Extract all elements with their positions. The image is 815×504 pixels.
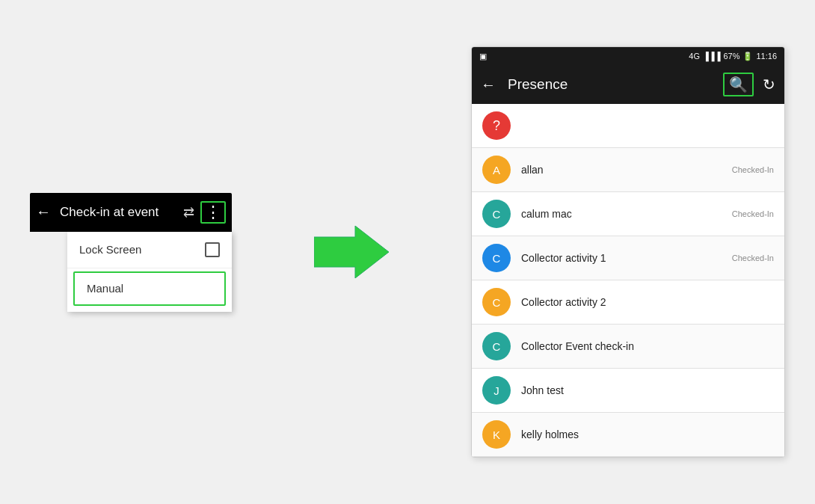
arrow-container xyxy=(314,226,389,278)
more-options-button[interactable]: ⋮ xyxy=(200,201,226,224)
dropdown-menu: Lock Screen Manual xyxy=(67,232,232,312)
item-name: Collector activity 1 xyxy=(521,252,732,264)
right-arrow-icon xyxy=(314,226,389,278)
list-item[interactable]: ccalum macChecked-In xyxy=(472,192,784,236)
item-status: Checked-In xyxy=(732,165,774,174)
avatar: k xyxy=(482,420,511,449)
item-name: allan xyxy=(521,164,732,176)
right-panel: ▣ 4G ▐▐▐ 67% 🔋 11:16 ← Presence 🔍 ↻ ?aal… xyxy=(471,46,785,458)
right-app-bar: ← Presence 🔍 ↻ xyxy=(472,65,784,104)
manual-row[interactable]: Manual xyxy=(73,271,226,306)
item-name: Collector activity 2 xyxy=(521,296,774,308)
right-app-bar-title: Presence xyxy=(508,76,723,93)
item-name: kelly holmes xyxy=(521,428,774,440)
list-item[interactable]: kkelly holmes xyxy=(472,413,784,457)
bars-icon: ▐▐▐ xyxy=(703,52,720,61)
list-container: ?aallanChecked-Inccalum macChecked-InCCo… xyxy=(472,104,784,457)
list-item[interactable]: JJohn test xyxy=(472,369,784,413)
item-status: Checked-In xyxy=(732,209,774,218)
status-bar-left-icon: ▣ xyxy=(479,52,487,61)
avatar: c xyxy=(482,200,511,228)
item-name: calum mac xyxy=(521,208,732,220)
app-bar-title: Check-in at event xyxy=(60,205,183,220)
back-button[interactable]: ← xyxy=(36,203,51,221)
avatar: ? xyxy=(482,111,511,140)
refresh-button[interactable]: ↻ xyxy=(763,76,775,93)
list-item[interactable]: CCollector activity 2 xyxy=(472,280,784,325)
list-item[interactable]: aallanChecked-In xyxy=(472,148,784,192)
avatar: C xyxy=(482,332,511,360)
svg-marker-0 xyxy=(314,226,389,278)
lock-screen-row: Lock Screen xyxy=(67,232,232,268)
status-bar: ▣ 4G ▐▐▐ 67% 🔋 11:16 xyxy=(472,47,784,65)
avatar: a xyxy=(482,156,511,184)
battery-label: 67% xyxy=(723,52,739,61)
right-back-button[interactable]: ← xyxy=(481,76,496,93)
list-item[interactable]: CCollector Event check-in xyxy=(472,325,784,369)
search-button[interactable]: 🔍 xyxy=(723,73,754,96)
left-app-bar: ← Check-in at event ⇄ ⋮ xyxy=(30,193,232,232)
signal-label: 4G xyxy=(689,52,700,61)
lock-screen-checkbox[interactable] xyxy=(205,242,220,257)
item-name: John test xyxy=(521,384,774,396)
item-status: Checked-In xyxy=(732,253,774,262)
list-item[interactable]: ? xyxy=(472,104,784,148)
switch-icon[interactable]: ⇄ xyxy=(183,204,194,221)
avatar: C xyxy=(482,288,511,316)
time-label: 11:16 xyxy=(756,52,777,61)
lock-screen-label: Lock Screen xyxy=(79,243,141,256)
list-item[interactable]: CCollector activity 1Checked-In xyxy=(472,236,784,280)
avatar: C xyxy=(482,244,511,272)
battery-icon: 🔋 xyxy=(742,52,753,61)
manual-label: Manual xyxy=(87,282,123,295)
avatar: J xyxy=(482,376,511,405)
status-bar-right: 4G ▐▐▐ 67% 🔋 11:16 xyxy=(689,52,777,61)
item-name: Collector Event check-in xyxy=(521,340,774,352)
left-panel: ← Check-in at event ⇄ ⋮ Lock Screen Manu… xyxy=(30,193,232,312)
